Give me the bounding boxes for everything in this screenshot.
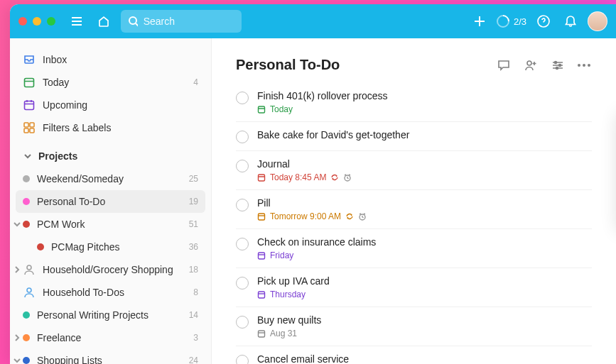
project-label: PCM Work <box>37 219 85 230</box>
filters-icon <box>23 121 36 134</box>
sidebar-item-today[interactable]: Today 4 <box>16 71 205 94</box>
projects-label: Projects <box>38 150 77 162</box>
task-meta: Today 8:45 AM <box>257 172 352 182</box>
share-button[interactable] <box>524 58 538 72</box>
repeat-icon <box>330 173 339 182</box>
chevron-right-icon[interactable] <box>11 264 23 275</box>
notifications-button[interactable] <box>561 11 580 31</box>
task-meta: Today <box>257 104 388 114</box>
svg-rect-2 <box>25 79 34 87</box>
sidebar-project-5[interactable]: Household To-Dos 8 <box>16 281 205 304</box>
menu-button[interactable] <box>67 11 87 31</box>
sidebar-project-6[interactable]: Personal Writing Projects 14 <box>16 304 205 326</box>
comments-button[interactable] <box>497 58 511 72</box>
window-minimize-icon[interactable] <box>33 17 41 26</box>
task-meta: Aug 31 <box>257 329 321 338</box>
task-row[interactable]: Pick up IVA card Thursday <box>236 268 592 307</box>
progress-label: 2/3 <box>514 16 526 27</box>
task-checkbox[interactable] <box>236 160 249 172</box>
sidebar-item-upcoming[interactable]: Upcoming <box>16 94 205 116</box>
task-title: Buy new quilts <box>257 314 321 326</box>
progress-ring-icon <box>494 12 512 30</box>
project-count: 18 <box>189 265 198 275</box>
calendar-icon <box>257 212 266 221</box>
calendar-icon <box>257 290 266 299</box>
project-label: Shopping Lists <box>37 355 102 364</box>
svg-rect-17 <box>259 214 265 220</box>
person-icon <box>23 263 36 276</box>
task-checkbox[interactable] <box>236 277 249 289</box>
svg-point-11 <box>555 61 557 63</box>
sidebar-item-inbox[interactable]: Inbox <box>16 48 205 71</box>
project-count: 36 <box>189 242 198 252</box>
project-color-icon <box>23 198 30 205</box>
task-row[interactable]: Pill Tomorrow 9:00 AM <box>236 190 592 229</box>
svg-rect-20 <box>259 292 265 298</box>
projects-header[interactable]: Projects <box>16 145 205 167</box>
sidebar-item-label: Upcoming <box>43 99 87 111</box>
window-zoom-icon[interactable] <box>47 17 55 26</box>
sidebar-item-label: Inbox <box>43 54 67 65</box>
task-row[interactable]: Journal Today 8:45 AM <box>236 151 592 190</box>
sidebar-project-7[interactable]: Freelance 3 <box>16 326 205 349</box>
sidebar-project-0[interactable]: Weekend/Someday 25 <box>16 167 205 190</box>
project-color-icon <box>23 357 30 364</box>
task-checkbox[interactable] <box>236 92 249 104</box>
project-count: 25 <box>189 174 198 184</box>
alarm-icon <box>358 212 367 221</box>
task-checkbox[interactable] <box>236 238 249 250</box>
chevron-down-icon[interactable] <box>11 219 23 230</box>
sidebar-project-8[interactable]: Shopping Lists 24 <box>16 349 205 364</box>
sidebar: Inbox Today 4 Upcoming Filters & Labels … <box>10 38 212 364</box>
task-row[interactable]: Bake cake for David's get-together <box>236 122 592 151</box>
add-button[interactable] <box>470 11 490 31</box>
sidebar-project-3[interactable]: PCMag Pitches 36 <box>16 236 205 258</box>
task-row[interactable]: Finish 401(k) rollover process Today <box>236 83 592 122</box>
more-button[interactable] <box>578 58 592 72</box>
task-checkbox[interactable] <box>236 355 249 364</box>
task-row[interactable]: Buy new quilts Aug 31 <box>236 307 592 346</box>
project-count: 19 <box>189 197 198 206</box>
help-button[interactable] <box>534 11 553 31</box>
task-checkbox[interactable] <box>236 131 249 143</box>
svg-point-9 <box>27 288 31 292</box>
svg-rect-3 <box>25 101 34 110</box>
project-count: 24 <box>189 355 198 364</box>
chevron-down-icon[interactable] <box>11 355 23 364</box>
main-panel: Personal To-Do Finish 401(k) rollover pr… <box>212 38 616 364</box>
task-title: Finish 401(k) rollover process <box>257 90 388 101</box>
sidebar-project-2[interactable]: PCM Work 51 <box>16 213 205 236</box>
task-meta: Thursday <box>257 289 330 299</box>
window-close-icon[interactable] <box>18 17 27 26</box>
search-field[interactable] <box>121 10 242 33</box>
task-title: Journal <box>257 158 352 170</box>
project-color-icon <box>23 311 30 319</box>
task-checkbox[interactable] <box>236 199 249 211</box>
sliders-icon <box>551 58 565 72</box>
task-row[interactable]: Cancel email service Aug 1 <box>236 346 592 364</box>
home-button[interactable] <box>94 11 114 31</box>
menu-icon <box>70 15 83 28</box>
productivity-button[interactable]: 2/3 <box>497 15 526 28</box>
sidebar-item-filters[interactable]: Filters & Labels <box>16 116 205 139</box>
search-input[interactable] <box>144 16 234 27</box>
sidebar-project-1[interactable]: Personal To-Do 19 <box>16 190 205 213</box>
sidebar-project-4[interactable]: Household/Grocery Shopping 18 <box>16 258 205 281</box>
chevron-right-icon[interactable] <box>11 332 23 343</box>
help-icon <box>536 14 551 28</box>
sidebar-item-label: Filters & Labels <box>43 122 111 133</box>
project-count: 8 <box>193 287 198 297</box>
svg-point-10 <box>527 61 531 65</box>
app-window: 2/3 Inbox Today 4 Upcoming <box>10 4 616 364</box>
avatar[interactable] <box>588 11 607 31</box>
title-row: Personal To-Do <box>236 57 592 73</box>
project-color-icon <box>23 175 30 182</box>
task-checkbox[interactable] <box>236 316 249 329</box>
top-bar: 2/3 <box>10 4 616 38</box>
svg-rect-14 <box>259 106 265 113</box>
task-row[interactable]: Check on insurance claims Friday <box>236 229 592 268</box>
view-options-button[interactable] <box>551 58 565 72</box>
sidebar-item-count: 4 <box>193 77 198 87</box>
svg-rect-7 <box>30 128 34 133</box>
task-title: Pick up IVA card <box>257 275 330 287</box>
